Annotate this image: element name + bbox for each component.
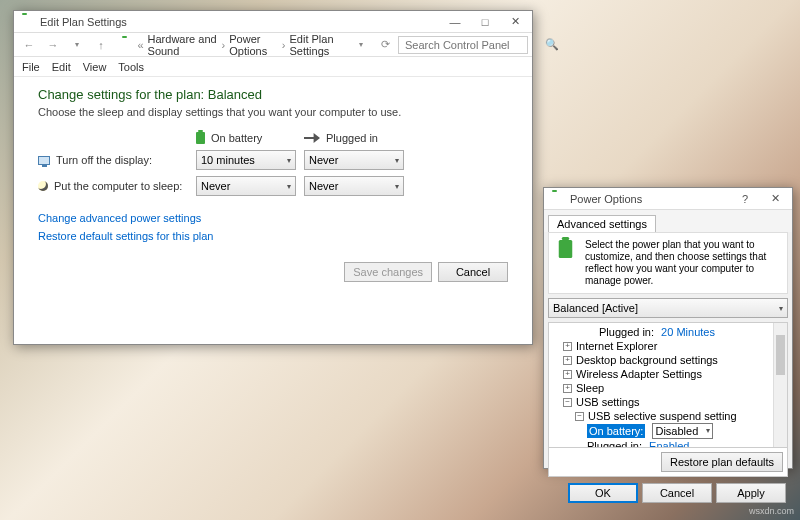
menu-edit[interactable]: Edit [52, 61, 71, 73]
tree-node[interactable]: +Desktop background settings [551, 353, 785, 367]
plug-icon [304, 133, 320, 143]
tab-strip: Advanced settings [544, 210, 792, 232]
recent-dropdown[interactable]: ▾ [66, 35, 88, 55]
up-button[interactable]: ↑ [90, 35, 112, 55]
maximize-button[interactable]: □ [470, 12, 500, 32]
refresh-button[interactable]: ⟳ [374, 35, 396, 55]
cpl-icon [120, 38, 129, 52]
breadcrumb-item[interactable]: Hardware and Sound [148, 33, 218, 57]
menu-view[interactable]: View [83, 61, 107, 73]
ok-button[interactable]: OK [568, 483, 638, 503]
forward-button[interactable]: → [42, 35, 64, 55]
battery-icon [20, 15, 34, 29]
row-display: Turn off the display: [56, 154, 152, 166]
on-battery-dropdown[interactable]: Disabled [652, 423, 713, 439]
dialog-title: Power Options [568, 193, 730, 205]
search-input[interactable]: 🔍 [398, 36, 528, 54]
tab-advanced-settings[interactable]: Advanced settings [548, 215, 656, 232]
menubar: File Edit View Tools [14, 57, 532, 77]
power-options-dialog: Power Options ? ✕ Advanced settings Sele… [543, 187, 793, 469]
watermark: wsxdn.com [749, 506, 794, 516]
scrollbar-thumb[interactable] [776, 335, 785, 375]
breadcrumb-dropdown[interactable]: ▾ [350, 35, 372, 55]
cancel-button[interactable]: Cancel [642, 483, 712, 503]
expand-icon[interactable]: + [563, 356, 572, 365]
breadcrumb-item[interactable]: Edit Plan Settings [290, 33, 348, 57]
edit-plan-settings-window: Edit Plan Settings — □ ✕ ← → ▾ ↑ « Hardw… [13, 10, 533, 345]
apply-button[interactable]: Apply [716, 483, 786, 503]
scrollbar[interactable] [773, 323, 787, 447]
close-button[interactable]: ✕ [500, 12, 530, 32]
window-title: Edit Plan Settings [38, 16, 440, 28]
collapse-icon[interactable]: − [563, 398, 572, 407]
cancel-button[interactable]: Cancel [438, 262, 508, 282]
tree-node[interactable]: −USB settings [551, 395, 785, 409]
display-icon [38, 156, 50, 165]
page-subtext: Choose the sleep and display settings th… [38, 106, 508, 118]
display-battery-select[interactable]: 10 minutes▾ [196, 150, 296, 170]
page-heading: Change settings for the plan: Balanced [38, 87, 508, 102]
expand-icon[interactable]: + [563, 370, 572, 379]
tree-node-plugged-in[interactable]: Plugged in: Enabled [551, 439, 785, 448]
tree-node-on-battery[interactable]: On battery: Disabled [551, 423, 785, 439]
restore-plan-defaults-button[interactable]: Restore plan defaults [661, 452, 783, 472]
help-button[interactable]: ? [730, 189, 760, 209]
back-button[interactable]: ← [18, 35, 40, 55]
battery-icon [196, 132, 205, 144]
col-plugged-in: Plugged in [326, 132, 378, 144]
power-plan-icon [557, 239, 579, 261]
tree-node[interactable]: −USB selective suspend setting [551, 409, 785, 423]
link-advanced-settings[interactable]: Change advanced power settings [38, 212, 508, 224]
close-button[interactable]: ✕ [760, 189, 790, 209]
sleep-icon [38, 181, 48, 191]
minimize-button[interactable]: — [440, 12, 470, 32]
expand-icon[interactable]: + [563, 384, 572, 393]
tree-node[interactable]: +Sleep [551, 381, 785, 395]
tree-node[interactable]: Plugged in: 20 Minutes [551, 325, 785, 339]
link-restore-defaults[interactable]: Restore default settings for this plan [38, 230, 508, 242]
search-icon: 🔍 [545, 38, 559, 51]
expand-icon[interactable]: + [563, 342, 572, 351]
power-plan-select[interactable]: Balanced [Active]▾ [548, 298, 788, 318]
sleep-battery-select[interactable]: Never▾ [196, 176, 296, 196]
titlebar[interactable]: Edit Plan Settings — □ ✕ [14, 11, 532, 33]
display-plugged-select[interactable]: Never▾ [304, 150, 404, 170]
tree-node[interactable]: +Wireless Adapter Settings [551, 367, 785, 381]
settings-tree[interactable]: Plugged in: 20 Minutes +Internet Explore… [548, 322, 788, 448]
breadcrumb-item[interactable]: Power Options [229, 33, 278, 57]
save-changes-button[interactable]: Save changes [344, 262, 432, 282]
titlebar[interactable]: Power Options ? ✕ [544, 188, 792, 210]
breadcrumb[interactable]: « Hardware and Sound› Power Options› Edi… [114, 33, 348, 57]
menu-tools[interactable]: Tools [118, 61, 144, 73]
col-on-battery: On battery [211, 132, 262, 144]
battery-icon [550, 192, 564, 206]
menu-file[interactable]: File [22, 61, 40, 73]
content: Change settings for the plan: Balanced C… [14, 77, 532, 292]
navbar: ← → ▾ ↑ « Hardware and Sound› Power Opti… [14, 33, 532, 57]
search-field[interactable] [403, 38, 545, 52]
tree-node[interactable]: +Internet Explorer [551, 339, 785, 353]
sleep-plugged-select[interactable]: Never▾ [304, 176, 404, 196]
info-panel: Select the power plan that you want to c… [548, 232, 788, 294]
collapse-icon[interactable]: − [575, 412, 584, 421]
row-sleep: Put the computer to sleep: [54, 180, 182, 192]
info-text: Select the power plan that you want to c… [585, 239, 779, 287]
